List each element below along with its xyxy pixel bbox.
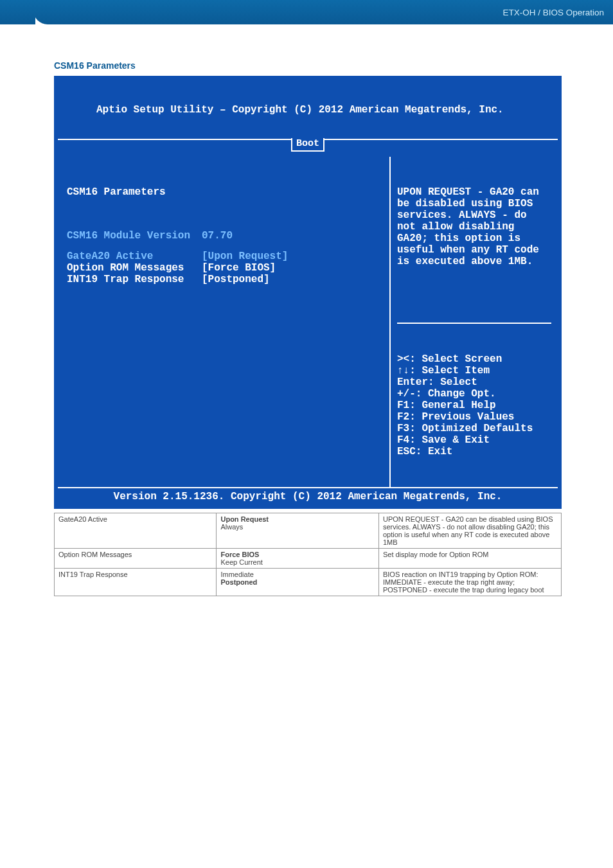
bios-key-hint: F1: General Help [397, 400, 551, 411]
bios-tab-row: Boot [58, 139, 558, 157]
option-name-cell: INT19 Trap Response [55, 569, 217, 596]
option-values-cell: Upon RequestAlways [217, 513, 378, 549]
option-name-cell: GateA20 Active [55, 513, 217, 549]
bios-key-hint: ESC: Exit [397, 446, 551, 457]
table-row: Option ROM MessagesForce BIOSKeep Curren… [55, 549, 562, 569]
option-name-cell: Option ROM Messages [55, 549, 217, 569]
bios-setting-label: GateA20 Active [67, 251, 202, 262]
bios-key-hint: +/-: Change Opt. [397, 388, 551, 400]
bios-group-heading: CSM16 Parameters [67, 186, 383, 198]
bios-screenshot: Aptio Setup Utility – Copyright (C) 2012… [54, 76, 562, 509]
bios-active-tab[interactable]: Boot [291, 138, 324, 152]
table-row: GateA20 ActiveUpon RequestAlwaysUPON REQ… [55, 513, 562, 549]
option-value: Force BIOS [220, 551, 374, 558]
table-row: INT19 Trap ResponseImmediatePostponedBIO… [55, 569, 562, 596]
bios-setting-value: [Force BIOS] [202, 262, 276, 274]
bios-key-hint: F2: Previous Values [397, 411, 551, 423]
section-title: CSM16 Parameters [54, 60, 562, 71]
bios-key-hint: ↑↓: Select Item [397, 365, 551, 376]
option-values-cell: ImmediatePostponed [217, 569, 378, 596]
bios-title-text: Aptio Setup Utility – Copyright (C) 2012… [58, 104, 558, 116]
option-desc-cell: UPON REQUEST - GA20 can be disabled usin… [378, 513, 561, 549]
bios-setting-row[interactable]: INT19 Trap Response[Postponed] [67, 274, 383, 285]
bios-help-panel: UPON REQUEST - GA20 can be disabled usin… [391, 157, 558, 487]
option-values-cell: Force BIOSKeep Current [217, 549, 378, 569]
bios-help-text: UPON REQUEST - GA20 can be disabled usin… [397, 186, 551, 267]
option-desc-cell: BIOS reaction on INT19 trapping by Optio… [378, 569, 561, 596]
option-value: Immediate [220, 571, 374, 578]
bios-title-bar: Aptio Setup Utility – Copyright (C) 2012… [58, 80, 558, 140]
bios-setting-row[interactable]: Option ROM Messages[Force BIOS] [67, 262, 383, 274]
bios-setting-row: CSM16 Module Version07.70 [67, 230, 383, 242]
page-header: ETX-OH / BIOS Operation [33, 0, 613, 24]
option-value: Postponed [220, 578, 374, 586]
option-value: Always [220, 523, 374, 531]
bios-setting-value: [Upon Request] [202, 251, 288, 262]
bios-setting-value: 07.70 [202, 230, 233, 242]
header-accent-left [0, 0, 35, 24]
breadcrumb: ETX-OH / BIOS Operation [502, 8, 604, 17]
bios-setting-value: [Postponed] [202, 274, 270, 285]
bios-left-panel: CSM16 Parameters CSM16 Module Version07.… [58, 157, 391, 487]
bios-key-hint: F3: Optimized Defaults [397, 423, 551, 434]
option-desc-cell: Set display mode for Option ROM [378, 549, 561, 569]
options-table: GateA20 ActiveUpon RequestAlwaysUPON REQ… [54, 513, 562, 596]
bios-setting-label: Option ROM Messages [67, 262, 202, 274]
bios-setting-label: INT19 Trap Response [67, 274, 202, 285]
bios-setting-label: CSM16 Module Version [67, 230, 202, 242]
bios-setting-row[interactable]: GateA20 Active[Upon Request] [67, 251, 383, 262]
bios-key-hint: F4: Save & Exit [397, 434, 551, 446]
bios-key-hint: ><: Select Screen [397, 353, 551, 365]
bios-version-footer: Version 2.15.1236. Copyright (C) 2012 Am… [58, 487, 558, 505]
option-value: Keep Current [220, 558, 374, 566]
bios-key-hint: Enter: Select [397, 376, 551, 388]
option-value: Upon Request [220, 515, 374, 523]
